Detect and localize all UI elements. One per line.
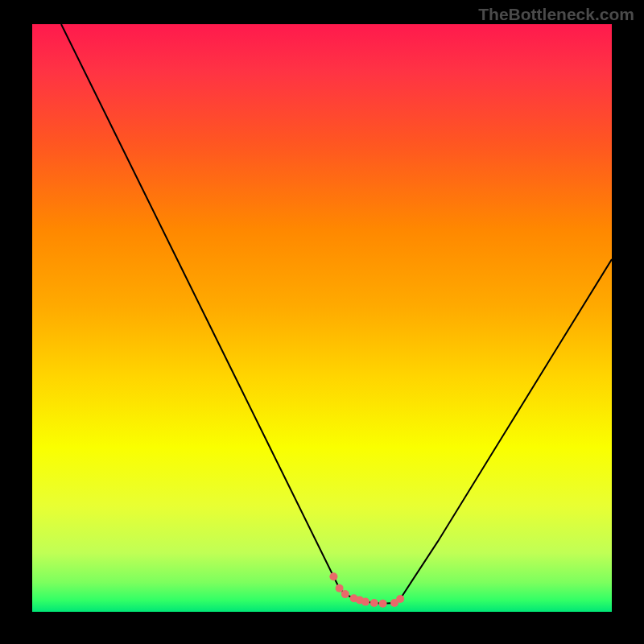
data-markers [329, 572, 404, 608]
marker-dot [341, 590, 349, 598]
marker-dot [361, 598, 369, 606]
chart-container: TheBottleneck.com [0, 0, 644, 644]
marker-dot [396, 595, 404, 603]
marker-dot [336, 584, 344, 592]
watermark-text: TheBottleneck.com [478, 5, 634, 24]
marker-dot [370, 599, 378, 607]
marker-dot [379, 600, 387, 608]
curve-svg [32, 24, 612, 612]
left-curve [61, 24, 400, 604]
right-curve [400, 259, 612, 599]
marker-dot [329, 572, 337, 580]
